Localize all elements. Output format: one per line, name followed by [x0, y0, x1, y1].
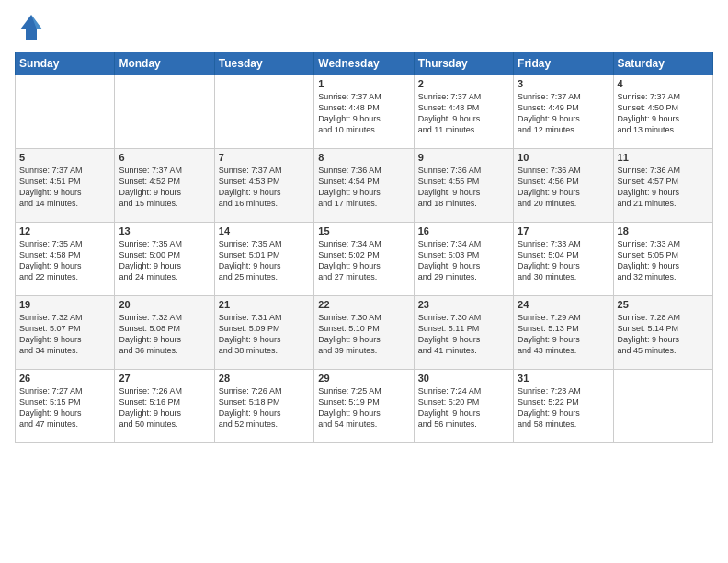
day-info: Sunrise: 7:31 AM Sunset: 5:09 PM Dayligh…: [219, 312, 310, 357]
day-info: Sunrise: 7:26 AM Sunset: 5:16 PM Dayligh…: [119, 385, 210, 431]
day-number: 21: [219, 299, 310, 310]
day-info: Sunrise: 7:23 AM Sunset: 5:22 PM Dayligh…: [518, 385, 609, 431]
day-info: Sunrise: 7:26 AM Sunset: 5:18 PM Dayligh…: [219, 385, 310, 431]
day-number: 11: [618, 152, 709, 163]
day-number: 12: [19, 225, 110, 236]
day-info: Sunrise: 7:36 AM Sunset: 4:56 PM Dayligh…: [518, 165, 609, 210]
day-cell: 24Sunrise: 7:29 AM Sunset: 5:13 PM Dayli…: [514, 296, 613, 370]
day-cell: 2Sunrise: 7:37 AM Sunset: 4:48 PM Daylig…: [414, 75, 513, 149]
day-number: 28: [219, 373, 310, 384]
day-info: Sunrise: 7:28 AM Sunset: 5:14 PM Dayligh…: [618, 312, 709, 357]
weekday-header-row: SundayMondayTuesdayWednesdayThursdayFrid…: [16, 52, 713, 75]
weekday-header-sunday: Sunday: [16, 52, 115, 75]
day-number: 30: [418, 373, 509, 384]
day-cell: 12Sunrise: 7:35 AM Sunset: 4:58 PM Dayli…: [16, 223, 115, 296]
day-number: 5: [19, 152, 110, 163]
day-info: Sunrise: 7:32 AM Sunset: 5:07 PM Dayligh…: [19, 312, 110, 357]
week-row-4: 19Sunrise: 7:32 AM Sunset: 5:07 PM Dayli…: [16, 296, 713, 370]
weekday-header-wednesday: Wednesday: [314, 52, 414, 75]
day-cell: [214, 75, 313, 149]
day-cell: 27Sunrise: 7:26 AM Sunset: 5:16 PM Dayli…: [115, 370, 214, 443]
day-number: 3: [518, 78, 609, 89]
day-cell: 20Sunrise: 7:32 AM Sunset: 5:08 PM Dayli…: [115, 296, 214, 370]
day-info: Sunrise: 7:37 AM Sunset: 4:48 PM Dayligh…: [418, 91, 509, 136]
day-cell: 29Sunrise: 7:25 AM Sunset: 5:19 PM Dayli…: [314, 370, 414, 443]
day-number: 7: [219, 152, 310, 163]
day-cell: 10Sunrise: 7:36 AM Sunset: 4:56 PM Dayli…: [514, 149, 613, 223]
day-number: 29: [318, 373, 409, 384]
day-info: Sunrise: 7:37 AM Sunset: 4:49 PM Dayligh…: [518, 91, 609, 136]
day-cell: 18Sunrise: 7:33 AM Sunset: 5:05 PM Dayli…: [613, 223, 712, 296]
day-number: 14: [219, 225, 310, 236]
day-number: 19: [19, 299, 110, 310]
day-cell: 7Sunrise: 7:37 AM Sunset: 4:53 PM Daylig…: [214, 149, 313, 223]
day-cell: 31Sunrise: 7:23 AM Sunset: 5:22 PM Dayli…: [514, 370, 613, 443]
day-cell: 26Sunrise: 7:27 AM Sunset: 5:15 PM Dayli…: [16, 370, 115, 443]
day-info: Sunrise: 7:36 AM Sunset: 4:57 PM Dayligh…: [618, 165, 709, 210]
logo: [15, 11, 51, 44]
day-number: 20: [119, 299, 210, 310]
day-cell: 6Sunrise: 7:37 AM Sunset: 4:52 PM Daylig…: [115, 149, 214, 223]
day-cell: 13Sunrise: 7:35 AM Sunset: 5:00 PM Dayli…: [115, 223, 214, 296]
day-cell: 8Sunrise: 7:36 AM Sunset: 4:54 PM Daylig…: [314, 149, 414, 223]
week-row-5: 26Sunrise: 7:27 AM Sunset: 5:15 PM Dayli…: [16, 370, 713, 443]
day-number: 2: [418, 78, 509, 89]
day-info: Sunrise: 7:35 AM Sunset: 5:01 PM Dayligh…: [219, 238, 310, 283]
day-cell: 17Sunrise: 7:33 AM Sunset: 5:04 PM Dayli…: [514, 223, 613, 296]
day-info: Sunrise: 7:34 AM Sunset: 5:02 PM Dayligh…: [318, 238, 409, 283]
day-info: Sunrise: 7:37 AM Sunset: 4:52 PM Dayligh…: [119, 165, 210, 210]
day-number: 16: [418, 225, 509, 236]
day-number: 10: [518, 152, 609, 163]
day-number: 25: [618, 299, 709, 310]
day-info: Sunrise: 7:33 AM Sunset: 5:05 PM Dayligh…: [618, 238, 709, 283]
day-cell: 22Sunrise: 7:30 AM Sunset: 5:10 PM Dayli…: [314, 296, 414, 370]
day-info: Sunrise: 7:29 AM Sunset: 5:13 PM Dayligh…: [518, 312, 609, 357]
week-row-3: 12Sunrise: 7:35 AM Sunset: 4:58 PM Dayli…: [16, 223, 713, 296]
day-info: Sunrise: 7:35 AM Sunset: 4:58 PM Dayligh…: [19, 238, 110, 283]
day-cell: 5Sunrise: 7:37 AM Sunset: 4:51 PM Daylig…: [16, 149, 115, 223]
day-info: Sunrise: 7:33 AM Sunset: 5:04 PM Dayligh…: [518, 238, 609, 283]
weekday-header-tuesday: Tuesday: [214, 52, 313, 75]
weekday-header-thursday: Thursday: [414, 52, 513, 75]
day-number: 22: [318, 299, 409, 310]
calendar: SundayMondayTuesdayWednesdayThursdayFrid…: [15, 52, 713, 443]
page: SundayMondayTuesdayWednesdayThursdayFrid…: [0, 0, 728, 563]
day-info: Sunrise: 7:37 AM Sunset: 4:53 PM Dayligh…: [219, 165, 310, 210]
day-cell: 15Sunrise: 7:34 AM Sunset: 5:02 PM Dayli…: [314, 223, 414, 296]
day-number: 13: [119, 225, 210, 236]
day-info: Sunrise: 7:27 AM Sunset: 5:15 PM Dayligh…: [19, 385, 110, 431]
day-cell: 4Sunrise: 7:37 AM Sunset: 4:50 PM Daylig…: [613, 75, 712, 149]
day-info: Sunrise: 7:30 AM Sunset: 5:11 PM Dayligh…: [418, 312, 509, 357]
day-cell: 19Sunrise: 7:32 AM Sunset: 5:07 PM Dayli…: [16, 296, 115, 370]
day-number: 27: [119, 373, 210, 384]
day-info: Sunrise: 7:36 AM Sunset: 4:54 PM Dayligh…: [318, 165, 409, 210]
day-cell: 28Sunrise: 7:26 AM Sunset: 5:18 PM Dayli…: [214, 370, 313, 443]
day-number: 24: [518, 299, 609, 310]
day-number: 31: [518, 373, 609, 384]
weekday-header-monday: Monday: [115, 52, 214, 75]
day-number: 17: [518, 225, 609, 236]
day-info: Sunrise: 7:36 AM Sunset: 4:55 PM Dayligh…: [418, 165, 509, 210]
day-cell: 21Sunrise: 7:31 AM Sunset: 5:09 PM Dayli…: [214, 296, 313, 370]
week-row-2: 5Sunrise: 7:37 AM Sunset: 4:51 PM Daylig…: [16, 149, 713, 223]
day-info: Sunrise: 7:24 AM Sunset: 5:20 PM Dayligh…: [418, 385, 509, 431]
header: [15, 11, 713, 44]
day-info: Sunrise: 7:37 AM Sunset: 4:48 PM Dayligh…: [318, 91, 409, 136]
logo-icon: [15, 11, 48, 44]
day-cell: 9Sunrise: 7:36 AM Sunset: 4:55 PM Daylig…: [414, 149, 513, 223]
day-cell: 23Sunrise: 7:30 AM Sunset: 5:11 PM Dayli…: [414, 296, 513, 370]
day-number: 4: [618, 78, 709, 89]
day-number: 18: [618, 225, 709, 236]
day-info: Sunrise: 7:25 AM Sunset: 5:19 PM Dayligh…: [318, 385, 409, 431]
day-cell: 30Sunrise: 7:24 AM Sunset: 5:20 PM Dayli…: [414, 370, 513, 443]
day-number: 1: [318, 78, 409, 89]
day-number: 8: [318, 152, 409, 163]
day-number: 26: [19, 373, 110, 384]
day-cell: 14Sunrise: 7:35 AM Sunset: 5:01 PM Dayli…: [214, 223, 313, 296]
day-cell: 16Sunrise: 7:34 AM Sunset: 5:03 PM Dayli…: [414, 223, 513, 296]
day-info: Sunrise: 7:32 AM Sunset: 5:08 PM Dayligh…: [119, 312, 210, 357]
day-info: Sunrise: 7:35 AM Sunset: 5:00 PM Dayligh…: [119, 238, 210, 283]
day-cell: 25Sunrise: 7:28 AM Sunset: 5:14 PM Dayli…: [613, 296, 712, 370]
day-info: Sunrise: 7:30 AM Sunset: 5:10 PM Dayligh…: [318, 312, 409, 357]
weekday-header-friday: Friday: [514, 52, 613, 75]
